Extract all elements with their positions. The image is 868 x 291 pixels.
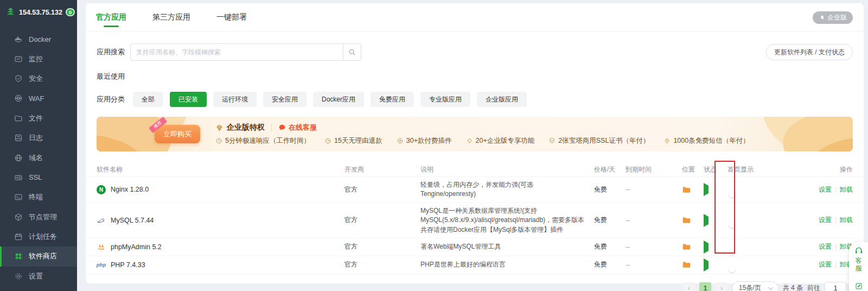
category-pro[interactable]: 专业版应用 xyxy=(420,92,470,107)
category-installed[interactable]: 已安装 xyxy=(170,92,207,107)
search-row: 应用搜索 更新软件列表 / 支付状态 xyxy=(97,43,853,61)
category-runtime[interactable]: 运行环境 xyxy=(213,92,257,107)
message-count-badge: 0 xyxy=(66,8,75,16)
divider: | xyxy=(835,216,837,224)
enterprise-promo-banner: 推荐 立即购买 企业版特权 在线客服 5分钟极速响应（工作时间） xyxy=(97,117,853,151)
sidebar-item-app-store[interactable]: 软件商店 xyxy=(0,246,77,266)
banner-feature: 2张宝塔商用SSL证书（年付） xyxy=(548,136,649,146)
chevron-down-icon xyxy=(768,285,773,290)
mysql-icon xyxy=(97,216,106,225)
sms-diamond-icon xyxy=(663,137,671,144)
service-running-icon[interactable] xyxy=(704,258,709,271)
current-page[interactable]: 1 xyxy=(699,282,711,291)
phpmyadmin-icon xyxy=(97,242,106,251)
sidebar-item-label: 节点管理 xyxy=(29,212,57,222)
settings-link[interactable]: 设置 xyxy=(819,261,832,268)
recently-used-label: 最近使用 xyxy=(97,72,853,81)
open-folder-icon[interactable] xyxy=(682,260,691,269)
sidebar-item-nodes[interactable]: 节点管理 xyxy=(0,207,77,227)
sidebar-item-label: 安全 xyxy=(29,74,43,84)
total-count: 共 4 条 xyxy=(783,283,803,291)
service-running-icon[interactable] xyxy=(704,214,709,227)
sidebar: 154.53.75.132 0 Docker 监控 安全 WAF 文件 日志 xyxy=(0,0,77,291)
banner-wave-decoration xyxy=(777,117,853,151)
tab-third-party-apps[interactable]: 第三方应用 xyxy=(150,3,193,31)
open-folder-icon[interactable] xyxy=(682,216,691,225)
divider: | xyxy=(835,186,837,193)
ssl-card-icon xyxy=(14,173,23,182)
customer-service-button[interactable]: 客服 xyxy=(855,257,863,273)
app-developer: 官方 xyxy=(344,260,420,269)
app-description: 轻量级，占用内存少，并发能力强(可选Tengine/openresty) xyxy=(420,180,594,199)
search-button[interactable] xyxy=(343,43,361,61)
category-enterprise[interactable]: 企业版应用 xyxy=(477,92,527,107)
app-price: 免费 xyxy=(594,185,626,194)
uninstall-link[interactable]: 卸载 xyxy=(840,216,853,224)
terminal-icon xyxy=(14,193,23,201)
app-developer: 官方 xyxy=(344,185,420,194)
banner-wave-decoration xyxy=(97,134,145,151)
col-home-display: 首页显示 xyxy=(727,165,782,174)
banner-feature: 30+款付费插件 xyxy=(397,136,452,146)
category-all[interactable]: 全部 xyxy=(133,92,163,107)
buy-now-button[interactable]: 推荐 立即购买 xyxy=(155,125,200,143)
service-running-icon[interactable] xyxy=(704,241,709,254)
goto-page-input[interactable] xyxy=(825,282,846,291)
sidebar-item-cron[interactable]: 计划任务 xyxy=(0,227,77,246)
pencil-icon[interactable] xyxy=(855,282,863,290)
banner-feature: 15天无理由退款 xyxy=(324,136,382,146)
software-table: 软件名称 开发商 说明 价格/天 到期时间 位置 状态 首页显示 操作 NNgi… xyxy=(86,162,864,274)
headset-icon[interactable] xyxy=(854,246,863,255)
sidebar-item-label: 软件商店 xyxy=(29,251,57,261)
sidebar-item-terminal[interactable]: 终端 xyxy=(0,187,77,207)
open-folder-icon[interactable] xyxy=(682,185,691,194)
next-page-button[interactable]: › xyxy=(716,282,727,291)
panel-logo-icon xyxy=(5,7,16,17)
app-expire: -- xyxy=(626,243,682,251)
col-actions: 操作 xyxy=(782,165,853,174)
online-service-link[interactable]: 在线客服 xyxy=(278,123,317,132)
server-ip: 154.53.75.132 xyxy=(19,9,62,16)
category-label: 应用分类 xyxy=(97,94,125,104)
app-search-input[interactable] xyxy=(130,43,343,61)
tab-one-click-deploy[interactable]: 一键部署 xyxy=(214,3,249,31)
settings-link[interactable]: 设置 xyxy=(819,216,832,224)
sidebar-item-label: 计划任务 xyxy=(29,232,57,242)
sidebar-item-monitor[interactable]: 监控 xyxy=(0,49,77,68)
sidebar-item-docker[interactable]: Docker xyxy=(0,29,77,49)
open-folder-icon[interactable] xyxy=(682,242,691,251)
update-software-list-button[interactable]: 更新软件列表 / 支付状态 xyxy=(766,44,853,60)
page-size-select[interactable]: 15条/页 xyxy=(732,281,778,291)
buy-now-label: 立即购买 xyxy=(163,130,192,138)
col-status: 状态 xyxy=(704,165,727,174)
category-security[interactable]: 安全应用 xyxy=(263,92,307,107)
sidebar-item-logs[interactable]: 日志 xyxy=(0,128,77,148)
main-panel: 官方应用 第三方应用 一键部署 企业版 应用搜索 更新软件列表 / 支付状态 最… xyxy=(86,3,864,283)
sidebar-item-waf[interactable]: WAF xyxy=(0,88,77,108)
goto-label: 前往 xyxy=(807,283,820,291)
table-row-nginx: NNginx 1.28.0 官方 轻量级，占用内存少，并发能力强(可选Tengi… xyxy=(86,177,864,203)
sidebar-item-settings[interactable]: 设置 xyxy=(0,267,77,286)
log-icon xyxy=(14,134,23,142)
app-name: Nginx 1.28.0 xyxy=(111,186,149,193)
tab-official-apps[interactable]: 官方应用 xyxy=(94,3,129,31)
sidebar-item-files[interactable]: 文件 xyxy=(0,109,77,128)
sidebar-menu: Docker 监控 安全 WAF 文件 日志 域名 SSL xyxy=(0,29,77,286)
category-free[interactable]: 免费应用 xyxy=(371,92,414,107)
settings-link[interactable]: 设置 xyxy=(819,186,832,193)
gem-icon xyxy=(215,124,224,132)
divider xyxy=(271,124,272,131)
sidebar-item-label: Docker xyxy=(29,35,51,43)
prev-page-button[interactable]: ‹ xyxy=(683,282,695,291)
category-docker[interactable]: Docker应用 xyxy=(313,92,364,107)
settings-link[interactable]: 设置 xyxy=(819,243,832,250)
sidebar-item-security[interactable]: 安全 xyxy=(0,69,77,88)
banner-feature: 20+企业版专享功能 xyxy=(466,136,535,146)
sidebar-item-domains[interactable]: 域名 xyxy=(0,148,77,167)
service-running-icon[interactable] xyxy=(704,183,709,196)
enterprise-badge-button[interactable]: 企业版 xyxy=(813,11,853,24)
monitor-icon xyxy=(14,55,23,64)
sidebar-item-label: 终端 xyxy=(29,192,43,202)
sidebar-item-ssl[interactable]: SSL xyxy=(0,168,77,187)
uninstall-link[interactable]: 卸载 xyxy=(840,186,853,193)
